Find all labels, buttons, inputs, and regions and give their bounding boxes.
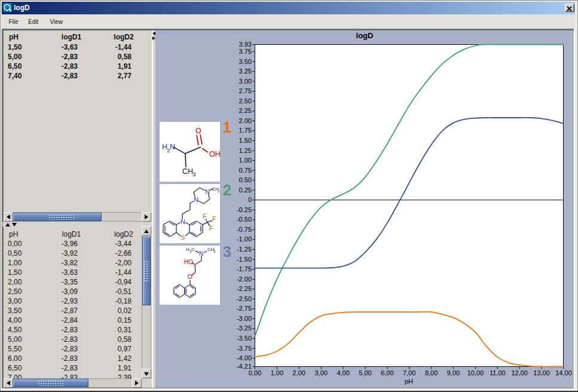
svg-text:-1.25: -1.25 [237, 246, 252, 253]
svg-text:-3.00: -3.00 [237, 315, 252, 322]
svg-text:0,00: 0,00 [249, 369, 261, 376]
svg-text:1,00: 1,00 [271, 369, 283, 376]
svg-text:3.00: 3.00 [239, 78, 252, 85]
svg-text:-0.25: -0.25 [237, 206, 252, 213]
svg-text:1.50: 1.50 [239, 137, 252, 144]
svg-text:pH: pH [405, 378, 413, 385]
svg-text:-2.00: -2.00 [237, 275, 252, 283]
svg-text:1.00: 1.00 [239, 157, 252, 164]
svg-text:13,00: 13,00 [533, 369, 550, 376]
svg-text:14,00: 14,00 [555, 369, 572, 376]
svg-text:10,00: 10,00 [467, 369, 484, 376]
svg-text:-1.50: -1.50 [237, 256, 252, 263]
svg-text:7,00: 7,00 [403, 369, 415, 376]
svg-text:5,00: 5,00 [359, 369, 371, 376]
svg-text:2.50: 2.50 [239, 97, 252, 105]
svg-text:-2.50: -2.50 [237, 295, 252, 302]
svg-text:2.25: 2.25 [239, 107, 252, 114]
svg-text:-2.25: -2.25 [237, 285, 252, 292]
svg-text:11,00: 11,00 [490, 369, 506, 376]
svg-text:0.25: 0.25 [239, 186, 252, 194]
svg-text:2.00: 2.00 [239, 117, 252, 124]
svg-text:-2.75: -2.75 [237, 305, 252, 312]
svg-text:3.75: 3.75 [239, 48, 252, 55]
svg-text:-3.25: -3.25 [237, 324, 252, 332]
svg-text:9,00: 9,00 [447, 369, 460, 376]
svg-text:-4.00: -4.00 [237, 354, 252, 362]
svg-text:4,00: 4,00 [337, 369, 349, 376]
svg-text:2,00: 2,00 [293, 369, 305, 376]
svg-text:-1.00: -1.00 [237, 235, 252, 243]
svg-text:-3.75: -3.75 [237, 345, 252, 352]
svg-text:-3.50: -3.50 [237, 335, 252, 342]
svg-text:3.93: 3.93 [239, 41, 252, 48]
svg-text:3.50: 3.50 [239, 58, 252, 65]
svg-text:8,00: 8,00 [425, 369, 438, 376]
svg-text:-0.75: -0.75 [237, 226, 252, 233]
svg-text:3,00: 3,00 [314, 369, 327, 376]
svg-text:-1.75: -1.75 [237, 265, 252, 272]
svg-text:0.50: 0.50 [239, 176, 252, 183]
svg-text:1.25: 1.25 [239, 147, 252, 154]
svg-text:12,00: 12,00 [511, 369, 528, 376]
svg-text:0.75: 0.75 [239, 167, 252, 174]
svg-text:0: 0 [248, 196, 252, 203]
svg-text:-0.50: -0.50 [237, 216, 252, 223]
svg-text:6,00: 6,00 [381, 369, 393, 376]
svg-text:2.75: 2.75 [239, 87, 252, 94]
svg-text:3.25: 3.25 [239, 68, 252, 75]
svg-text:1.75: 1.75 [239, 127, 252, 134]
